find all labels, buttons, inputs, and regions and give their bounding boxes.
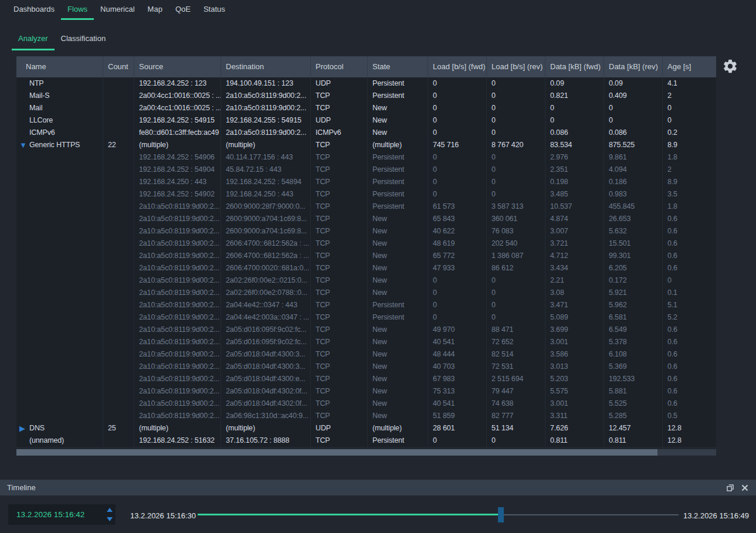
cell-load-rev: 51 134 xyxy=(487,422,545,434)
flow-table: Name Count Source Destination Protocol S… xyxy=(16,56,716,447)
cell-age: 0.6 xyxy=(663,237,716,250)
table-horizontal-scrollbar[interactable] xyxy=(16,449,716,456)
table-row[interactable]: 2a10:a5c0:8119:9d00:2... 2a02:26f0:00e2:… xyxy=(16,287,716,299)
timeline-slider-handle[interactable] xyxy=(498,507,504,522)
column-header-source[interactable]: Source xyxy=(134,56,221,77)
table-row[interactable]: 2a10:a5c0:8119:9d00:2... 2a06:98c1:310d:… xyxy=(16,410,716,422)
cell-state: New xyxy=(368,287,428,299)
table-row[interactable]: 192.168.24.252 : 54906 40.114.177.156 : … xyxy=(16,151,716,164)
tab-classification[interactable]: Classification xyxy=(55,30,113,50)
cell-source: 2a10:a5c0:8119:9d00:2... xyxy=(134,361,221,373)
spinner-up-icon[interactable] xyxy=(107,508,113,512)
table-row[interactable]: 2a10:a5c0:8119:9d00:2... 2a05:d018:04df:… xyxy=(16,385,716,398)
table-row[interactable]: NTP 192.168.24.252 : 123 194.100.49.151 … xyxy=(16,77,716,90)
scrollbar-thumb[interactable] xyxy=(16,449,657,456)
table-row[interactable]: 2a10:a5c0:8119:9d00:2... 2a05:d018:04df:… xyxy=(16,348,716,361)
cell-load-fwd: 0 xyxy=(428,287,487,299)
nav-qoe[interactable]: QoE xyxy=(169,0,197,20)
cell-name: Mail xyxy=(16,102,103,114)
flow-table-header: Name Count Source Destination Protocol S… xyxy=(16,56,716,77)
cell-age: 0.6 xyxy=(663,385,716,398)
restore-icon[interactable] xyxy=(727,484,734,491)
table-row[interactable]: ICMPv6 fe80::d601:c3ff:fecb:ac49 2a10:a5… xyxy=(16,127,716,139)
column-header-protocol[interactable]: Protocol xyxy=(311,56,368,77)
timeline-time-input[interactable] xyxy=(8,504,102,525)
cell-data-fwd: 0 xyxy=(545,102,604,114)
column-header-load-rev[interactable]: Load [b/s] (rev) xyxy=(487,56,545,77)
cell-count xyxy=(103,274,134,287)
timeline-time-input-box xyxy=(8,504,116,525)
table-row[interactable]: 2a10:a5c0:8119:9d00:2... 2a05:d018:04df:… xyxy=(16,373,716,385)
table-row[interactable]: (unnamed) 192.168.24.252 : 51632 37.16.1… xyxy=(16,434,716,447)
spinner-down-icon[interactable] xyxy=(107,517,113,521)
table-row[interactable]: 2a10:a5c0:8119:9d00:2... 2a05:d018:04df:… xyxy=(16,398,716,410)
cell-count xyxy=(103,348,134,361)
table-row[interactable]: 2a10:a5c0:8119:9d00:2... 2a05:d016:095f:… xyxy=(16,324,716,336)
column-header-state[interactable]: State xyxy=(368,56,428,77)
cell-name: ICMPv6 xyxy=(16,127,103,139)
cell-data-fwd: 3.699 xyxy=(545,324,604,336)
nav-flows[interactable]: Flows xyxy=(61,0,94,20)
column-header-destination[interactable]: Destination xyxy=(221,56,311,77)
table-row[interactable]: 2a10:a5c0:8119:9d00:2... 2a04:4e42::0347… xyxy=(16,299,716,311)
cell-data-fwd: 5.575 xyxy=(545,385,604,398)
table-row[interactable]: 2a10:a5c0:8119:9d00:2... 2a05:d016:095f:… xyxy=(16,336,716,348)
cell-age: 5.2 xyxy=(663,311,716,324)
column-header-age[interactable]: Age [s] xyxy=(663,56,716,77)
flow-name: LLCore xyxy=(29,114,53,127)
cell-data-rev: 5.525 xyxy=(604,398,663,410)
cell-count xyxy=(103,151,134,164)
table-row[interactable]: 2a10:a5c0:8119:9d00:2... 2606:4700::6812… xyxy=(16,237,716,250)
table-row[interactable]: 2a10:a5c0:8119:9d00:2... 2600:9000:28f7:… xyxy=(16,201,716,213)
table-row[interactable]: 192.168.24.252 : 54902 192.168.24.250 : … xyxy=(16,188,716,201)
table-row[interactable]: Mail-S 2a00:4cc1:0016::0025 : ... 2a10:a… xyxy=(16,90,716,102)
cell-name xyxy=(16,398,103,410)
table-row[interactable]: Mail 2a00:4cc1:0016::0025 : ... 2a10:a5c… xyxy=(16,102,716,114)
cell-destination: 2606:4700::6812:562a : ... xyxy=(221,237,311,250)
cell-protocol: TCP xyxy=(311,237,368,250)
nav-map[interactable]: Map xyxy=(141,0,169,20)
nav-numerical[interactable]: Numerical xyxy=(94,0,141,20)
table-row[interactable]: ▼Generic HTTPS 22 (multiple) (multiple) … xyxy=(16,139,716,151)
table-row[interactable]: 2a10:a5c0:8119:9d00:2... 2600:9000:a704:… xyxy=(16,225,716,237)
timeline-title: Timeline xyxy=(0,483,36,492)
column-header-data-fwd[interactable]: Data [kB] (fwd) xyxy=(545,56,604,77)
table-row[interactable]: 2a10:a5c0:8119:9d00:2... 2600:9000:a704:… xyxy=(16,213,716,225)
table-row[interactable]: LLCore 192.168.24.252 : 54915 192.168.24… xyxy=(16,114,716,127)
cell-load-rev: 74 638 xyxy=(487,398,545,410)
nav-status[interactable]: Status xyxy=(197,0,232,20)
table-row[interactable]: 2a10:a5c0:8119:9d00:2... 2a02:26f0:00e2:… xyxy=(16,274,716,287)
column-header-count[interactable]: Count xyxy=(103,56,134,77)
cell-data-rev: 99.301 xyxy=(604,250,663,262)
table-row[interactable]: 2a10:a5c0:8119:9d00:2... 2a04:4e42:003a:… xyxy=(16,311,716,324)
tab-analyzer[interactable]: Analyzer xyxy=(12,30,55,50)
cell-source: 192.168.24.250 : 443 xyxy=(134,176,221,188)
table-row[interactable]: 2a10:a5c0:8119:9d00:2... 2606:4700:0020:… xyxy=(16,262,716,274)
expand-triangle-icon[interactable]: ▼ xyxy=(19,139,29,151)
table-row[interactable]: 192.168.24.252 : 54904 45.84.72.15 : 443… xyxy=(16,164,716,176)
cell-state: New xyxy=(368,262,428,274)
cell-count xyxy=(103,336,134,348)
nav-dashboards[interactable]: Dashboards xyxy=(7,0,61,20)
cell-data-rev: 0.983 xyxy=(604,188,663,201)
cell-load-rev: 360 061 xyxy=(487,213,545,225)
gear-icon[interactable] xyxy=(722,58,738,74)
cell-age: 3.5 xyxy=(663,188,716,201)
cell-load-rev: 82 514 xyxy=(487,348,545,361)
cell-load-rev: 0 xyxy=(487,77,545,90)
cell-data-rev: 0.186 xyxy=(604,176,663,188)
table-row[interactable]: 2a10:a5c0:8119:9d00:2... 2606:4700::6812… xyxy=(16,250,716,262)
expand-triangle-icon[interactable]: ▶ xyxy=(19,422,29,434)
cell-source: 2a10:a5c0:8119:9d00:2... xyxy=(134,373,221,385)
cell-load-rev: 72 652 xyxy=(487,336,545,348)
table-row[interactable]: 2a10:a5c0:8119:9d00:2... 2a05:d018:04df:… xyxy=(16,361,716,373)
cell-destination: 2a10:a5c0:8119:9d00:2... xyxy=(221,127,311,139)
column-header-name[interactable]: Name xyxy=(16,56,103,77)
table-row[interactable]: ▶DNS 25 (multiple) (multiple) UDP (multi… xyxy=(16,422,716,434)
cell-age: 0.6 xyxy=(663,336,716,348)
column-header-data-rev[interactable]: Data [kB] (rev) xyxy=(604,56,663,77)
table-row[interactable]: 192.168.24.250 : 443 192.168.24.252 : 54… xyxy=(16,176,716,188)
cell-name: NTP xyxy=(16,77,103,90)
column-header-load-fwd[interactable]: Load [b/s] (fwd) xyxy=(428,56,487,77)
close-icon[interactable] xyxy=(741,484,748,491)
